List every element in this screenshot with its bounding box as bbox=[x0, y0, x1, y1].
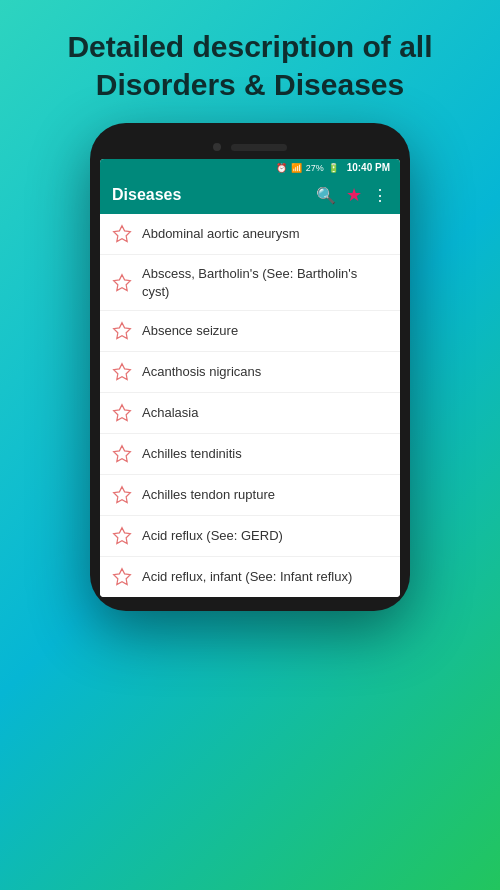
disease-name-text: Acid reflux (See: GERD) bbox=[142, 527, 283, 545]
svg-marker-1 bbox=[114, 274, 131, 290]
svg-marker-7 bbox=[114, 528, 131, 544]
star-outline-icon[interactable] bbox=[112, 567, 132, 587]
svg-marker-8 bbox=[114, 569, 131, 585]
list-item[interactable]: Acid reflux (See: GERD) bbox=[100, 516, 400, 557]
more-options-icon[interactable]: ⋮ bbox=[372, 186, 388, 205]
headline: Detailed description of all Disorders & … bbox=[37, 0, 462, 123]
disease-name-text: Absence seizure bbox=[142, 322, 238, 340]
svg-marker-4 bbox=[114, 405, 131, 421]
disease-name-text: Achilles tendinitis bbox=[142, 445, 242, 463]
star-outline-icon[interactable] bbox=[112, 362, 132, 382]
phone-wrapper: ⏰ 📶 27% 🔋 10:40 PM Diseases 🔍 ★ ⋮ Abdomi… bbox=[80, 123, 420, 890]
svg-marker-2 bbox=[114, 323, 131, 339]
star-outline-icon[interactable] bbox=[112, 273, 132, 293]
disease-name-text: Acanthosis nigricans bbox=[142, 363, 261, 381]
list-item[interactable]: Acid reflux, infant (See: Infant reflux) bbox=[100, 557, 400, 597]
star-outline-icon[interactable] bbox=[112, 485, 132, 505]
time-display: 10:40 PM bbox=[347, 162, 390, 173]
headline-line2: Disorders & Diseases bbox=[96, 68, 405, 101]
favorites-star-icon[interactable]: ★ bbox=[346, 184, 362, 206]
disease-name-text: Achalasia bbox=[142, 404, 198, 422]
svg-marker-5 bbox=[114, 446, 131, 462]
list-item[interactable]: Absence seizure bbox=[100, 311, 400, 352]
status-bar: ⏰ 📶 27% 🔋 10:40 PM bbox=[100, 159, 400, 176]
list-item[interactable]: Achalasia bbox=[100, 393, 400, 434]
list-item[interactable]: Achilles tendinitis bbox=[100, 434, 400, 475]
star-outline-icon[interactable] bbox=[112, 526, 132, 546]
headline-line1: Detailed description of all bbox=[67, 30, 432, 63]
front-camera bbox=[213, 143, 221, 151]
app-toolbar: Diseases 🔍 ★ ⋮ bbox=[100, 176, 400, 214]
search-icon[interactable]: 🔍 bbox=[316, 186, 336, 205]
phone-device: ⏰ 📶 27% 🔋 10:40 PM Diseases 🔍 ★ ⋮ Abdomi… bbox=[90, 123, 410, 611]
list-item[interactable]: Abscess, Bartholin's (See: Bartholin's c… bbox=[100, 255, 400, 311]
battery-icon: 🔋 bbox=[328, 163, 339, 173]
svg-marker-3 bbox=[114, 364, 131, 380]
phone-top-bar bbox=[100, 137, 400, 159]
star-outline-icon[interactable] bbox=[112, 224, 132, 244]
alarm-icon: ⏰ bbox=[276, 163, 287, 173]
disease-name-text: Abscess, Bartholin's (See: Bartholin's c… bbox=[142, 265, 388, 300]
battery-level: 27% bbox=[306, 163, 324, 173]
star-outline-icon[interactable] bbox=[112, 403, 132, 423]
toolbar-title: Diseases bbox=[112, 186, 308, 204]
phone-screen: ⏰ 📶 27% 🔋 10:40 PM Diseases 🔍 ★ ⋮ Abdomi… bbox=[100, 159, 400, 597]
list-item[interactable]: Acanthosis nigricans bbox=[100, 352, 400, 393]
svg-marker-6 bbox=[114, 487, 131, 503]
list-item[interactable]: Achilles tendon rupture bbox=[100, 475, 400, 516]
signal-icon: 📶 bbox=[291, 163, 302, 173]
speaker-grille bbox=[231, 144, 287, 151]
list-item[interactable]: Abdominal aortic aneurysm bbox=[100, 214, 400, 255]
star-outline-icon[interactable] bbox=[112, 444, 132, 464]
disease-name-text: Abdominal aortic aneurysm bbox=[142, 225, 300, 243]
disease-name-text: Acid reflux, infant (See: Infant reflux) bbox=[142, 568, 352, 586]
disease-name-text: Achilles tendon rupture bbox=[142, 486, 275, 504]
star-outline-icon[interactable] bbox=[112, 321, 132, 341]
disease-list: Abdominal aortic aneurysmAbscess, Bartho… bbox=[100, 214, 400, 597]
svg-marker-0 bbox=[114, 226, 131, 242]
